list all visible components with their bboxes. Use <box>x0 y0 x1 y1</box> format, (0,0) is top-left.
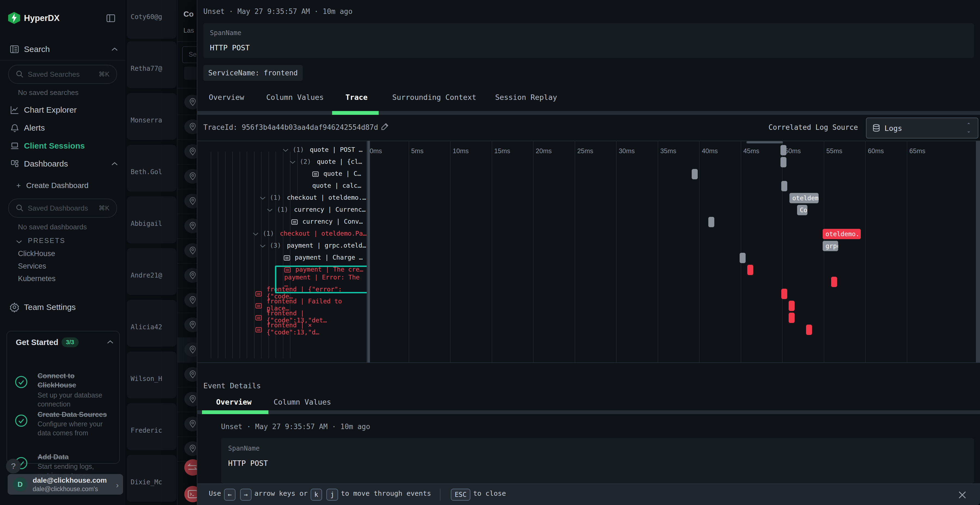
saved-dashboards-input[interactable]: Saved Dashboards ⌘K <box>8 199 117 218</box>
tab-column-values[interactable]: Column Values <box>274 398 331 406</box>
session-event-row[interactable] <box>178 114 197 140</box>
edit-icon[interactable] <box>380 122 390 131</box>
session-card[interactable]: Wilson_H <box>127 351 177 399</box>
session-card[interactable]: Beth.Gol <box>127 145 177 192</box>
session-card[interactable]: Monserra <box>127 93 177 140</box>
session-event-row[interactable] <box>178 189 197 214</box>
session-event-row[interactable] <box>178 263 197 288</box>
span-duration-bar[interactable] <box>831 277 837 287</box>
chevron-down-icon[interactable] <box>252 232 259 236</box>
chevron-up-icon[interactable] <box>111 47 118 52</box>
sidebar-item-team-settings[interactable]: Team Settings <box>24 303 76 312</box>
span-duration-bar[interactable] <box>789 301 795 311</box>
saved-searches-input[interactable]: Saved Searches ⌘K <box>8 65 117 84</box>
collapse-sidebar-icon[interactable] <box>106 13 116 24</box>
chevron-down-icon[interactable] <box>267 208 273 212</box>
trace-span-row[interactable]: (2)quote | {cl… <box>197 156 367 168</box>
console-event-icon[interactable] <box>184 486 197 502</box>
sidebar-item-chart-explorer[interactable]: Chart Explorer <box>24 105 76 114</box>
navigation-event-icon[interactable] <box>184 459 197 476</box>
tab-session-replay[interactable]: Session Replay <box>495 93 557 102</box>
sidebar-item-dashboards[interactable]: Dashboards <box>24 159 68 168</box>
span-duration-bar[interactable] <box>780 157 786 167</box>
span-label: quote | C… <box>323 170 361 177</box>
session-card[interactable]: Alicia42 <box>127 300 177 347</box>
sidebar-item-services[interactable]: Services <box>18 262 46 270</box>
tab-overview[interactable]: Overview <box>216 398 251 406</box>
sidebar-item-clickhouse[interactable]: ClickHouse <box>18 249 55 258</box>
span-label: quote | POST … <box>310 146 363 153</box>
gridline <box>782 141 783 362</box>
session-card[interactable]: Abbigail <box>127 197 177 243</box>
session-event-row[interactable] <box>178 164 197 189</box>
span-duration-bar[interactable]: oteldemo. <box>822 229 861 239</box>
trace-timeline: 0ms5ms10ms15ms20ms25ms30ms35ms40ms45ms50… <box>365 141 976 362</box>
trace-span-row[interactable]: (1)currency | Currenc… <box>197 204 367 216</box>
service-name-chip[interactable]: ServiceName: frontend <box>204 65 303 81</box>
trace-span-row[interactable]: quote | C… <box>197 168 367 180</box>
chevron-down-icon[interactable] <box>259 196 266 200</box>
session-event-row[interactable] <box>178 238 197 264</box>
events-search-input[interactable]: Se <box>182 46 197 63</box>
timeline-scrollbar[interactable] <box>976 141 980 362</box>
span-duration-bar[interactable]: grpc <box>822 241 838 251</box>
span-duration-bar[interactable] <box>747 265 753 275</box>
trace-span-row[interactable]: frontend | × {"code":13,"d… <box>197 324 367 336</box>
span-duration-bar[interactable] <box>806 325 812 335</box>
trace-span-row[interactable]: (1)checkout | oteldemo.Pa… <box>197 228 367 240</box>
chevron-down-icon[interactable] <box>259 244 266 248</box>
chevron-down-icon[interactable] <box>282 148 289 152</box>
chevron-up-icon[interactable] <box>107 340 114 345</box>
span-duration-bar[interactable] <box>789 313 795 323</box>
session-event-row[interactable] <box>178 313 197 338</box>
session-event-row[interactable] <box>178 437 197 462</box>
log-source-select[interactable]: Logs ⌃⌄ <box>866 118 978 138</box>
session-event-row[interactable] <box>178 288 197 313</box>
help-button[interactable]: ? <box>6 459 21 473</box>
search-section-icon <box>9 44 20 54</box>
trace-span-row[interactable]: (3)payment | grpc.oteld… <box>197 240 367 252</box>
session-card[interactable]: Andre21@ <box>127 248 177 295</box>
span-duration-bar[interactable] <box>708 217 714 227</box>
chevron-down-icon[interactable] <box>290 160 296 164</box>
span-duration-bar[interactable] <box>780 145 786 156</box>
session-card[interactable]: Coty60@g <box>127 0 177 39</box>
tab-overview[interactable]: Overview <box>209 93 244 102</box>
tab-column-values[interactable]: Column Values <box>266 93 324 102</box>
span-duration-bar[interactable]: oteldem <box>789 193 818 203</box>
trace-span-row[interactable]: (1)quote | POST … <box>197 144 367 156</box>
span-duration-bar[interactable] <box>740 253 746 263</box>
span-duration-bar[interactable]: Co <box>797 205 807 215</box>
session-event-row[interactable] <box>178 337 197 363</box>
span-duration-bar[interactable] <box>692 169 698 179</box>
session-event-row[interactable] <box>178 139 197 165</box>
session-card[interactable]: Retha77@ <box>127 41 177 88</box>
sidebar-item-search[interactable]: Search <box>24 44 50 54</box>
tab-trace[interactable]: Trace <box>345 93 368 102</box>
span-duration-bar[interactable] <box>781 181 787 191</box>
tab-surrounding-context[interactable]: Surrounding Context <box>392 93 476 102</box>
session-event-row[interactable] <box>178 90 197 115</box>
close-icon[interactable] <box>957 489 968 500</box>
session-event-row[interactable] <box>178 412 197 437</box>
events-filter-button[interactable] <box>184 67 197 80</box>
trace-span-row[interactable]: currency | Conv… <box>197 216 367 228</box>
session-event-row[interactable] <box>178 362 197 387</box>
session-card[interactable]: Frederic <box>127 403 177 450</box>
trace-span-row[interactable]: (1)checkout | oteldemo.… <box>197 192 367 204</box>
span-duration-bar[interactable] <box>781 289 787 299</box>
sidebar-item-alerts[interactable]: Alerts <box>24 123 45 132</box>
presets-toggle[interactable]: PRESETS <box>16 237 65 245</box>
sidebar-item-kubernetes[interactable]: Kubernetes <box>18 275 56 283</box>
chevron-up-icon[interactable] <box>111 161 118 166</box>
create-dashboard-button[interactable]: +Create Dashboard <box>16 181 89 190</box>
trace-span-row[interactable]: quote | calc… <box>197 180 367 192</box>
session-event-row[interactable] <box>178 387 197 412</box>
session-event-row[interactable] <box>178 214 197 239</box>
sidebar-item-client-sessions[interactable]: Client Sessions <box>24 141 85 151</box>
user-menu[interactable]: D dale@clickhouse.com dale@clickhouse.co… <box>8 474 123 495</box>
trace-span-row[interactable]: payment | Charge … <box>197 252 367 264</box>
session-card[interactable]: Dixie_Mc <box>127 455 177 502</box>
active-tab-underline <box>202 410 269 414</box>
timeline-h-scrollbar[interactable] <box>746 141 783 143</box>
